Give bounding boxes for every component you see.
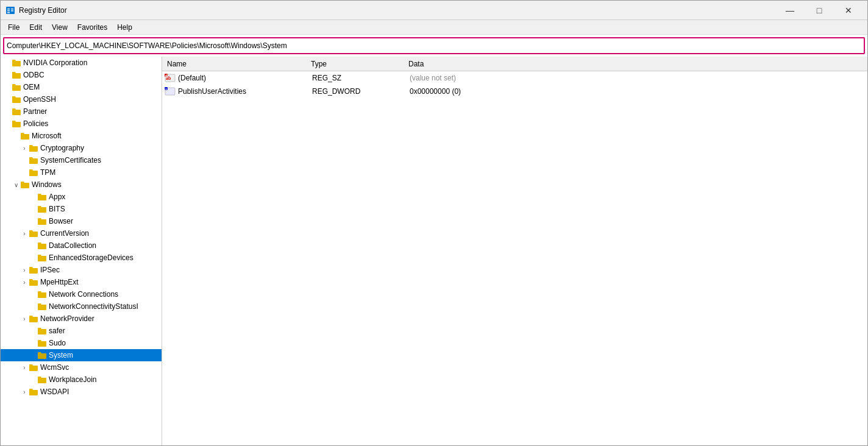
tree-item-systemcertificates[interactable]: SystemCertificates	[1, 154, 162, 166]
tree-item-mpehttpext[interactable]: › MpeHttpExt	[1, 276, 162, 288]
tree-item-currentversion[interactable]: › CurrentVersion	[1, 227, 162, 239]
reg-type-publishuseractivities: REG_DWORD	[312, 87, 410, 96]
folder-icon-odbc	[12, 71, 21, 79]
tree-label-safer: safer	[49, 327, 65, 335]
tree-label-bits: BITS	[49, 205, 65, 213]
tree-label-wsdapi: WSDAPI	[40, 388, 69, 396]
svg-rect-1	[7, 9, 10, 10]
registry-row-publishuseractivities[interactable]: 01 PublishUserActivities REG_DWORD 0x000…	[162, 85, 867, 98]
folder-icon-workplacejoin	[37, 375, 47, 384]
reg-dword-icon: 01	[165, 87, 177, 96]
folder-icon-wcmsvc	[29, 363, 38, 372]
reg-data-default: (value not set)	[410, 74, 865, 82]
menu-edit[interactable]: Edit	[24, 20, 47, 34]
tree-label-openssh: OpenSSH	[23, 95, 56, 104]
tree-item-appx[interactable]: Appx	[1, 191, 162, 203]
tree-item-sudo[interactable]: Sudo	[1, 337, 162, 349]
maximize-button[interactable]: □	[805, 3, 833, 18]
chevron-currentversion: ›	[20, 230, 29, 237]
tree-label-workplacejoin: WorkplaceJoin	[49, 375, 96, 384]
tree-item-system[interactable]: System	[1, 349, 162, 361]
tree-item-bits[interactable]: BITS	[1, 203, 162, 215]
col-header-data: Data	[408, 60, 865, 68]
folder-icon-system	[37, 351, 47, 359]
minimize-button[interactable]: —	[776, 3, 804, 18]
svg-rect-3	[7, 12, 10, 13]
chevron-networkprovider: ›	[20, 316, 29, 322]
menu-view[interactable]: View	[47, 20, 73, 34]
tree-item-networkprovider[interactable]: › NetworkProvider	[1, 313, 162, 325]
tree-label-mpehttpext: MpeHttpExt	[40, 278, 79, 286]
tree-item-safer[interactable]: safer	[1, 325, 162, 337]
folder-icon-microsoft	[20, 132, 30, 140]
tree-item-cryptography[interactable]: › Cryptography	[1, 142, 162, 154]
tree-label-systemcertificates: SystemCertificates	[40, 156, 101, 165]
tree-item-workplacejoin[interactable]: WorkplaceJoin	[1, 373, 162, 386]
tree-item-networkconnections[interactable]: Network Connections	[1, 288, 162, 300]
chevron-windows: ∨	[12, 182, 20, 188]
svg-rect-5	[11, 10, 13, 12]
tree-label-windows: Windows	[32, 180, 62, 189]
tree-label-bowser: Bowser	[49, 217, 73, 225]
tree-item-oem[interactable]: OEM	[1, 81, 162, 93]
folder-icon-cryptography	[29, 144, 38, 152]
tree-label-networkconnectivitystatusi: NetworkConnectivityStatusI	[49, 302, 138, 311]
registry-row-default[interactable]: ab ab (Default) REG_SZ (value not set)	[162, 71, 867, 85]
tree-label-partner: Partner	[23, 107, 47, 116]
folder-icon-sudo	[37, 339, 47, 347]
menu-favorites[interactable]: Favorites	[73, 20, 112, 34]
tree-label-oem: OEM	[23, 83, 40, 91]
address-bar[interactable]: Computer\HKEY_LOCAL_MACHINE\SOFTWARE\Pol…	[3, 37, 865, 54]
window-title: Registry Editor	[19, 6, 67, 15]
folder-icon-appx	[37, 193, 47, 201]
tree-item-enhancedstoragedevices[interactable]: EnhancedStorageDevices	[1, 252, 162, 264]
folder-icon-currentversion	[29, 229, 38, 238]
tree-item-odbc[interactable]: ODBC	[1, 69, 162, 81]
title-bar: Registry Editor — □ ✕	[1, 1, 867, 20]
menu-help[interactable]: Help	[112, 20, 137, 34]
tree-item-partner[interactable]: Partner	[1, 105, 162, 118]
reg-name-default: (Default)	[178, 74, 312, 82]
close-button[interactable]: ✕	[834, 3, 863, 18]
tree-label-odbc: ODBC	[23, 71, 44, 79]
folder-icon-bowser	[37, 217, 47, 225]
reg-data-publishuseractivities: 0x00000000 (0)	[410, 87, 865, 96]
tree-label-enhancedstoragedevices: EnhancedStorageDevices	[49, 253, 133, 262]
tree-item-wcmsvc[interactable]: › WcmSvc	[1, 361, 162, 373]
folder-icon-wsdapi	[29, 388, 38, 396]
tree-item-ipsec[interactable]: › IPSec	[1, 264, 162, 276]
menu-bar: File Edit View Favorites Help	[1, 20, 867, 35]
address-path: Computer\HKEY_LOCAL_MACHINE\SOFTWARE\Pol…	[7, 41, 861, 50]
folder-icon-networkconnectivitystatusi	[37, 302, 47, 311]
tree-label-microsoft: Microsoft	[32, 132, 62, 140]
title-bar-left: Registry Editor	[5, 5, 67, 15]
svg-text:01: 01	[165, 88, 168, 91]
tree-item-tpm[interactable]: TPM	[1, 166, 162, 179]
tree-item-datacollection[interactable]: DataCollection	[1, 239, 162, 252]
tree-panel[interactable]: NVIDIA Corporation ODBC OEM	[1, 57, 162, 445]
chevron-cryptography: ›	[20, 145, 29, 152]
tree-item-networkconnectivitystatusi[interactable]: NetworkConnectivityStatusI	[1, 300, 162, 313]
tree-item-openssh[interactable]: OpenSSH	[1, 93, 162, 105]
folder-icon-safer	[37, 327, 47, 335]
menu-file[interactable]: File	[3, 20, 24, 34]
folder-icon-mpehttpext	[29, 278, 38, 286]
reg-name-publishuseractivities: PublishUserActivities	[178, 87, 312, 96]
tree-item-nvidia[interactable]: NVIDIA Corporation	[1, 57, 162, 69]
folder-icon-enhancedstoragedevices	[37, 253, 47, 262]
tree-item-bowser[interactable]: Bowser	[1, 215, 162, 227]
tree-label-tpm: TPM	[40, 168, 55, 177]
folder-icon-networkconnections	[37, 290, 47, 299]
folder-icon-ipsec	[29, 266, 38, 274]
tree-label-sudo: Sudo	[49, 339, 66, 347]
tree-item-windows[interactable]: ∨ Windows	[1, 179, 162, 191]
tree-item-microsoft[interactable]: Microsoft	[1, 130, 162, 142]
tree-label-system: System	[49, 351, 73, 359]
tree-item-wsdapi[interactable]: › WSDAPI	[1, 386, 162, 398]
registry-editor-window: Registry Editor — □ ✕ File Edit View Fav…	[0, 0, 868, 446]
tree-label-datacollection: DataCollection	[49, 241, 96, 250]
folder-icon-openssh	[12, 95, 21, 104]
folder-icon-windows	[20, 180, 30, 189]
reg-sz-icon: ab ab	[165, 74, 177, 82]
tree-item-policies[interactable]: Policies	[1, 118, 162, 130]
